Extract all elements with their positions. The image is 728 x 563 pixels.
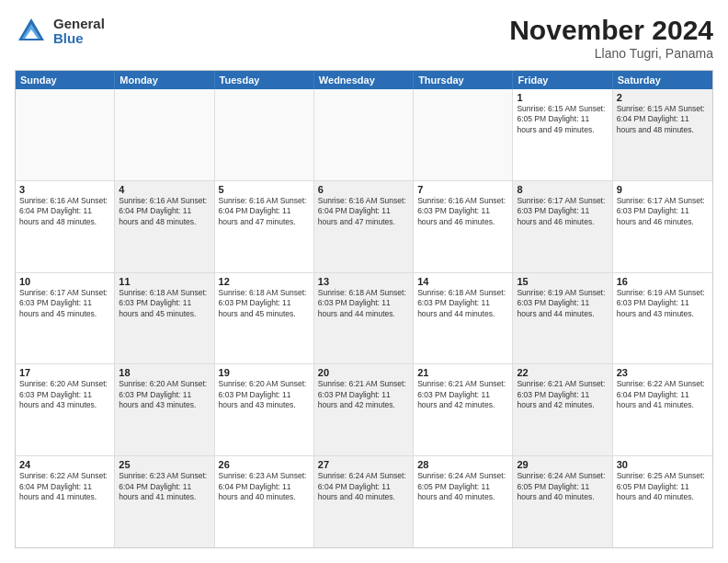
day-number: 23 xyxy=(617,367,709,378)
cell-info: Sunrise: 6:19 AM Sunset: 6:03 PM Dayligh… xyxy=(517,288,608,319)
header-day-tuesday: Tuesday xyxy=(215,71,314,89)
cell-info: Sunrise: 6:20 AM Sunset: 6:03 PM Dayligh… xyxy=(119,379,210,410)
cal-cell-3-5: 22Sunrise: 6:21 AM Sunset: 6:03 PM Dayli… xyxy=(513,364,612,455)
cal-cell-2-0: 10Sunrise: 6:17 AM Sunset: 6:03 PM Dayli… xyxy=(16,273,115,364)
cal-cell-2-2: 12Sunrise: 6:18 AM Sunset: 6:03 PM Dayli… xyxy=(215,273,314,364)
cal-cell-0-6: 2Sunrise: 6:15 AM Sunset: 6:04 PM Daylig… xyxy=(613,89,712,180)
cell-info: Sunrise: 6:23 AM Sunset: 6:04 PM Dayligh… xyxy=(119,471,210,502)
header-day-friday: Friday xyxy=(513,71,612,89)
cal-cell-4-5: 29Sunrise: 6:24 AM Sunset: 6:05 PM Dayli… xyxy=(513,456,612,547)
logo: General Blue xyxy=(15,15,105,48)
cal-cell-0-3 xyxy=(314,89,414,180)
cell-info: Sunrise: 6:24 AM Sunset: 6:05 PM Dayligh… xyxy=(517,471,608,502)
header-day-sunday: Sunday xyxy=(16,71,115,89)
day-number: 12 xyxy=(219,276,310,287)
cal-cell-3-4: 21Sunrise: 6:21 AM Sunset: 6:03 PM Dayli… xyxy=(414,364,513,455)
calendar: SundayMondayTuesdayWednesdayThursdayFrid… xyxy=(15,70,713,548)
cal-cell-4-1: 25Sunrise: 6:23 AM Sunset: 6:04 PM Dayli… xyxy=(115,456,214,547)
header-day-monday: Monday xyxy=(115,71,214,89)
cal-cell-0-1 xyxy=(115,89,214,180)
day-number: 27 xyxy=(318,459,409,470)
cell-info: Sunrise: 6:16 AM Sunset: 6:04 PM Dayligh… xyxy=(19,196,110,227)
cell-info: Sunrise: 6:15 AM Sunset: 6:04 PM Dayligh… xyxy=(617,104,709,135)
day-number: 3 xyxy=(19,184,110,195)
cal-cell-1-1: 4Sunrise: 6:16 AM Sunset: 6:04 PM Daylig… xyxy=(115,181,214,272)
cell-info: Sunrise: 6:24 AM Sunset: 6:04 PM Dayligh… xyxy=(318,471,409,502)
day-number: 22 xyxy=(517,367,608,378)
header-day-thursday: Thursday xyxy=(414,71,513,89)
day-number: 4 xyxy=(119,184,210,195)
day-number: 11 xyxy=(119,276,210,287)
day-number: 16 xyxy=(617,276,709,287)
day-number: 17 xyxy=(19,367,110,378)
logo-blue-label: Blue xyxy=(53,31,105,47)
cell-info: Sunrise: 6:20 AM Sunset: 6:03 PM Dayligh… xyxy=(19,379,110,410)
day-number: 26 xyxy=(219,459,310,470)
day-number: 14 xyxy=(417,276,508,287)
day-number: 9 xyxy=(617,184,709,195)
day-number: 20 xyxy=(318,367,409,378)
calendar-body: 1Sunrise: 6:15 AM Sunset: 6:05 PM Daylig… xyxy=(16,89,712,547)
cal-cell-2-5: 15Sunrise: 6:19 AM Sunset: 6:03 PM Dayli… xyxy=(513,273,612,364)
cell-info: Sunrise: 6:25 AM Sunset: 6:05 PM Dayligh… xyxy=(617,471,709,502)
day-number: 7 xyxy=(417,184,508,195)
cal-cell-4-0: 24Sunrise: 6:22 AM Sunset: 6:04 PM Dayli… xyxy=(16,456,115,547)
cal-cell-0-4 xyxy=(414,89,513,180)
day-number: 24 xyxy=(19,459,110,470)
day-number: 25 xyxy=(119,459,210,470)
header-day-saturday: Saturday xyxy=(613,71,712,89)
cal-cell-2-6: 16Sunrise: 6:19 AM Sunset: 6:03 PM Dayli… xyxy=(613,273,712,364)
day-number: 8 xyxy=(517,184,608,195)
cell-info: Sunrise: 6:16 AM Sunset: 6:04 PM Dayligh… xyxy=(219,196,310,227)
cal-cell-1-4: 7Sunrise: 6:16 AM Sunset: 6:03 PM Daylig… xyxy=(414,181,513,272)
cal-cell-4-2: 26Sunrise: 6:23 AM Sunset: 6:04 PM Dayli… xyxy=(215,456,314,547)
day-number: 2 xyxy=(617,92,709,103)
main-title: November 2024 xyxy=(509,15,713,46)
cell-info: Sunrise: 6:21 AM Sunset: 6:03 PM Dayligh… xyxy=(318,379,409,410)
calendar-row-2: 10Sunrise: 6:17 AM Sunset: 6:03 PM Dayli… xyxy=(16,273,712,365)
header-day-wednesday: Wednesday xyxy=(314,71,414,89)
cell-info: Sunrise: 6:22 AM Sunset: 6:04 PM Dayligh… xyxy=(19,471,110,502)
cell-info: Sunrise: 6:24 AM Sunset: 6:05 PM Dayligh… xyxy=(417,471,508,502)
day-number: 19 xyxy=(219,367,310,378)
cal-cell-1-0: 3Sunrise: 6:16 AM Sunset: 6:04 PM Daylig… xyxy=(16,181,115,272)
cal-cell-4-6: 30Sunrise: 6:25 AM Sunset: 6:05 PM Dayli… xyxy=(613,456,712,547)
cal-cell-3-3: 20Sunrise: 6:21 AM Sunset: 6:03 PM Dayli… xyxy=(314,364,414,455)
page: General Blue November 2024 Llano Tugri, … xyxy=(0,0,728,563)
cell-info: Sunrise: 6:17 AM Sunset: 6:03 PM Dayligh… xyxy=(617,196,709,227)
calendar-row-3: 17Sunrise: 6:20 AM Sunset: 6:03 PM Dayli… xyxy=(16,364,712,456)
cal-cell-1-3: 6Sunrise: 6:16 AM Sunset: 6:04 PM Daylig… xyxy=(314,181,414,272)
cell-info: Sunrise: 6:16 AM Sunset: 6:04 PM Dayligh… xyxy=(119,196,210,227)
cal-cell-3-2: 19Sunrise: 6:20 AM Sunset: 6:03 PM Dayli… xyxy=(215,364,314,455)
day-number: 13 xyxy=(318,276,409,287)
day-number: 28 xyxy=(417,459,508,470)
cal-cell-3-1: 18Sunrise: 6:20 AM Sunset: 6:03 PM Dayli… xyxy=(115,364,214,455)
day-number: 29 xyxy=(517,459,608,470)
day-number: 15 xyxy=(517,276,608,287)
title-block: November 2024 Llano Tugri, Panama xyxy=(509,15,713,61)
cal-cell-1-5: 8Sunrise: 6:17 AM Sunset: 6:03 PM Daylig… xyxy=(513,181,612,272)
cal-cell-0-2 xyxy=(215,89,314,180)
header: General Blue November 2024 Llano Tugri, … xyxy=(15,15,713,61)
cal-cell-1-6: 9Sunrise: 6:17 AM Sunset: 6:03 PM Daylig… xyxy=(613,181,712,272)
cal-cell-0-5: 1Sunrise: 6:15 AM Sunset: 6:05 PM Daylig… xyxy=(513,89,612,180)
cell-info: Sunrise: 6:15 AM Sunset: 6:05 PM Dayligh… xyxy=(517,104,608,135)
cal-cell-4-4: 28Sunrise: 6:24 AM Sunset: 6:05 PM Dayli… xyxy=(414,456,513,547)
calendar-row-4: 24Sunrise: 6:22 AM Sunset: 6:04 PM Dayli… xyxy=(16,456,712,547)
cal-cell-0-0 xyxy=(16,89,115,180)
cal-cell-2-1: 11Sunrise: 6:18 AM Sunset: 6:03 PM Dayli… xyxy=(115,273,214,364)
cell-info: Sunrise: 6:17 AM Sunset: 6:03 PM Dayligh… xyxy=(19,288,110,319)
cell-info: Sunrise: 6:17 AM Sunset: 6:03 PM Dayligh… xyxy=(517,196,608,227)
cell-info: Sunrise: 6:19 AM Sunset: 6:03 PM Dayligh… xyxy=(617,288,709,319)
day-number: 6 xyxy=(318,184,409,195)
cell-info: Sunrise: 6:18 AM Sunset: 6:03 PM Dayligh… xyxy=(318,288,409,319)
cal-cell-4-3: 27Sunrise: 6:24 AM Sunset: 6:04 PM Dayli… xyxy=(314,456,414,547)
logo-general-label: General xyxy=(53,17,105,32)
cal-cell-2-3: 13Sunrise: 6:18 AM Sunset: 6:03 PM Dayli… xyxy=(314,273,414,364)
calendar-row-0: 1Sunrise: 6:15 AM Sunset: 6:05 PM Daylig… xyxy=(16,89,712,181)
calendar-header: SundayMondayTuesdayWednesdayThursdayFrid… xyxy=(16,71,712,89)
day-number: 30 xyxy=(617,459,709,470)
cell-info: Sunrise: 6:18 AM Sunset: 6:03 PM Dayligh… xyxy=(417,288,508,319)
subtitle: Llano Tugri, Panama xyxy=(509,46,713,61)
cal-cell-2-4: 14Sunrise: 6:18 AM Sunset: 6:03 PM Dayli… xyxy=(414,273,513,364)
